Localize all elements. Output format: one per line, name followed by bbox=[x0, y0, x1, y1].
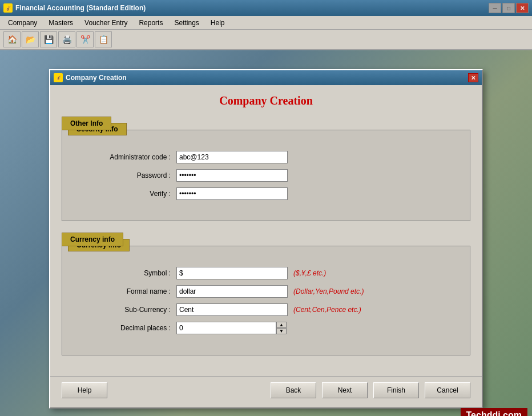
formal-name-input[interactable] bbox=[176, 285, 288, 298]
menubar: Company Masters Voucher Entry Reports Se… bbox=[0, 16, 532, 30]
other-info-tab[interactable]: Other Info bbox=[62, 117, 111, 130]
decimal-places-label: Decimal places : bbox=[79, 324, 171, 332]
dialog-heading: Company Creation bbox=[62, 94, 470, 107]
verify-input[interactable] bbox=[176, 187, 288, 200]
verify-label: Verify : bbox=[79, 190, 171, 198]
dialog-footer: Help Back Next Finish Cancel bbox=[50, 376, 482, 407]
dialog-titlebar: 💰 Company Creation ✕ bbox=[50, 70, 482, 85]
sub-currency-input[interactable] bbox=[176, 303, 288, 316]
dialog-close-button[interactable]: ✕ bbox=[468, 73, 478, 82]
menu-masters[interactable]: Masters bbox=[43, 18, 79, 28]
menu-help[interactable]: Help bbox=[205, 18, 231, 28]
password-label: Password : bbox=[79, 171, 171, 179]
security-info-section: Security info Administrator code : Passw… bbox=[62, 130, 470, 221]
spinner-up-button[interactable]: ▲ bbox=[276, 322, 287, 328]
symbol-hint: ($,¥,£ etc.) bbox=[293, 269, 326, 277]
decimal-places-spinner: ▲ ▼ bbox=[176, 322, 287, 334]
toolbar-home[interactable]: 🏠 bbox=[3, 31, 21, 47]
decimal-places-row: Decimal places : ▲ ▼ bbox=[79, 322, 453, 334]
maximize-button[interactable]: □ bbox=[502, 3, 515, 13]
app-icon: 💰 bbox=[3, 3, 13, 13]
admin-code-row: Administrator code : bbox=[79, 151, 453, 163]
menu-settings[interactable]: Settings bbox=[168, 18, 204, 28]
decimal-places-input[interactable] bbox=[176, 322, 276, 334]
menu-company[interactable]: Company bbox=[2, 18, 43, 28]
footer-right: Back Next Finish Cancel bbox=[271, 382, 470, 398]
watermark: Techddi.com bbox=[461, 408, 528, 416]
dialog-title: Company Creation bbox=[66, 74, 127, 82]
app-background: 💰 Company Creation ✕ Company Creation Ot… bbox=[0, 50, 532, 416]
minimize-button[interactable]: ─ bbox=[489, 3, 501, 13]
toolbar-save[interactable]: 💾 bbox=[40, 31, 57, 47]
sub-currency-label: Sub-Currency : bbox=[79, 306, 171, 314]
cancel-button[interactable]: Cancel bbox=[425, 382, 470, 398]
finish-button[interactable]: Finish bbox=[373, 382, 419, 398]
toolbar-print[interactable]: 🖨️ bbox=[58, 31, 75, 47]
app-titlebar: 💰 Financial Accounting (Standard Edition… bbox=[0, 0, 532, 16]
toolbar-open[interactable]: 📂 bbox=[22, 31, 39, 47]
toolbar: 🏠 📂 💾 🖨️ ✂️ 📋 bbox=[0, 30, 532, 50]
formal-name-label: Formal name : bbox=[79, 287, 171, 295]
spinner-controls: ▲ ▼ bbox=[276, 322, 287, 334]
window-controls: ─ □ ✕ bbox=[489, 3, 529, 13]
toolbar-cut[interactable]: ✂️ bbox=[76, 31, 94, 47]
next-button[interactable]: Next bbox=[322, 382, 368, 398]
dialog-body: Company Creation Other Info Security inf… bbox=[50, 85, 482, 376]
symbol-label: Symbol : bbox=[79, 269, 171, 277]
symbol-input[interactable] bbox=[176, 267, 288, 279]
help-button[interactable]: Help bbox=[62, 382, 107, 398]
spinner-down-button[interactable]: ▼ bbox=[276, 328, 287, 334]
formal-name-row: Formal name : (Dollar,Yen,Pound etc.) bbox=[79, 285, 453, 298]
verify-row: Verify : bbox=[79, 187, 453, 200]
dialog-icon: 💰 bbox=[54, 73, 63, 82]
password-input[interactable] bbox=[176, 169, 288, 182]
symbol-row: Symbol : ($,¥,£ etc.) bbox=[79, 267, 453, 279]
menu-reports[interactable]: Reports bbox=[133, 18, 168, 28]
sub-currency-row: Sub-Currency : (Cent,Cen,Pence etc.) bbox=[79, 303, 453, 316]
password-row: Password : bbox=[79, 169, 453, 182]
currency-info-tab[interactable]: Currency info bbox=[62, 233, 123, 246]
sub-currency-hint: (Cent,Cen,Pence etc.) bbox=[293, 306, 361, 314]
toolbar-paste[interactable]: 📋 bbox=[95, 31, 112, 47]
menu-voucher-entry[interactable]: Voucher Entry bbox=[79, 18, 133, 28]
currency-info-section: Currency info Symbol : ($,¥,£ etc.) Form… bbox=[62, 246, 470, 355]
admin-code-label: Administrator code : bbox=[79, 153, 171, 161]
footer-left: Help bbox=[62, 382, 107, 398]
formal-name-hint: (Dollar,Yen,Pound etc.) bbox=[293, 287, 364, 295]
admin-code-input[interactable] bbox=[176, 151, 288, 163]
close-button[interactable]: ✕ bbox=[516, 3, 529, 13]
app-title: Financial Accounting (Standard Edition) bbox=[15, 4, 146, 12]
back-button[interactable]: Back bbox=[271, 382, 316, 398]
company-creation-dialog: 💰 Company Creation ✕ Company Creation Ot… bbox=[49, 69, 483, 409]
